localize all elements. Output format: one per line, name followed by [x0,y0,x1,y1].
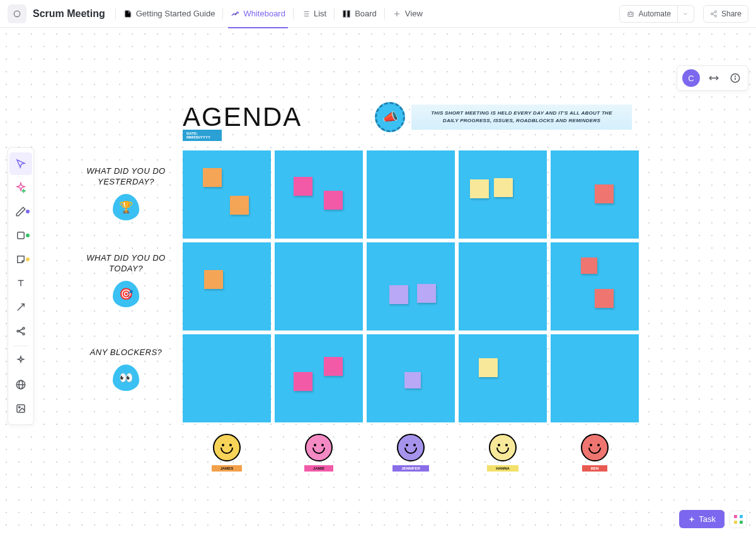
cell[interactable] [459,334,547,422]
automate-label: Automate [639,9,671,18]
svg-point-26 [23,333,25,335]
new-task-button[interactable]: Task [679,510,724,528]
tab-list[interactable]: List [294,0,334,28]
tool-web[interactable] [9,373,32,396]
cell[interactable] [183,150,271,239]
tool-relations[interactable] [9,320,32,342]
sticky-note[interactable] [204,270,223,289]
top-bar: Scrum Meeting Getting Started Guide Whit… [0,0,756,28]
svg-line-18 [713,12,715,13]
trophy-icon: 🏆 [113,194,139,220]
person-ben: BEN [551,434,639,472]
row-label-yesterday: What did you do yesterday? 🏆 [76,166,176,220]
face-icon [305,434,333,461]
cell[interactable] [275,150,363,239]
page-title: Scrum Meeting [33,8,105,20]
info-button[interactable] [728,71,743,86]
tab-board-label: Board [355,9,377,18]
cell[interactable] [275,334,363,422]
svg-rect-32 [17,405,25,412]
cell[interactable] [459,150,547,239]
tool-pen[interactable] [9,200,32,223]
scrum-grid [183,150,639,422]
sticky-note[interactable] [494,178,513,197]
svg-rect-20 [18,232,25,239]
face-icon [581,434,609,461]
cell[interactable] [367,242,455,331]
row-label-today: What did you do today? 🎯 [76,253,176,307]
sticky-note[interactable] [389,285,408,304]
cell[interactable] [275,242,363,331]
sticky-note[interactable] [470,179,489,198]
tab-view-label: View [405,9,423,18]
sticky-note[interactable] [294,372,312,391]
sticky-note[interactable] [404,372,421,388]
canvas-controls: C [677,65,748,91]
automate-button[interactable]: Automate [619,5,678,23]
person-name: JAMIE [304,465,333,472]
share-label: Share [721,9,742,18]
svg-point-0 [14,11,20,16]
sticky-note[interactable] [230,196,249,215]
drawing-toolbar [8,147,34,425]
sticky-note[interactable] [595,184,614,203]
cell[interactable] [551,242,639,331]
cell[interactable] [367,150,455,239]
tool-sticky[interactable] [9,248,32,271]
tab-list-label: List [314,9,326,18]
tool-image[interactable] [9,397,32,420]
cell[interactable] [459,242,547,331]
svg-point-15 [714,11,716,13]
svg-rect-7 [343,10,346,17]
user-avatar[interactable]: C [682,69,700,87]
chevron-down-icon [682,11,689,17]
whiteboard-canvas[interactable]: C AGENDA DATE: MM/DD/YYYY 📣 This short m… [0,28,756,537]
svg-rect-8 [347,10,350,17]
svg-point-33 [19,407,20,408]
person-hanna: HANNA [459,434,547,472]
people-row: JAMES JAMIE JENNIFER HANNA BEN [183,434,639,472]
cell[interactable] [367,334,455,422]
sticky-note[interactable] [581,257,597,274]
svg-line-19 [713,14,715,15]
info-icon [730,72,741,84]
apps-button[interactable] [730,511,747,528]
fit-icon [708,72,719,84]
tool-magic[interactable] [9,349,32,372]
sticky-note[interactable] [479,358,498,377]
task-label: Task [699,514,716,524]
cell[interactable] [551,150,639,239]
share-button[interactable]: Share [703,5,748,23]
sticky-note[interactable] [324,357,343,376]
svg-point-12 [629,14,629,14]
person-name: JAMES [212,465,243,472]
svg-point-16 [711,13,713,14]
fit-to-screen-button[interactable] [706,71,721,86]
tab-whiteboard[interactable]: Whiteboard [223,0,292,28]
list-settings-button[interactable] [8,4,26,23]
cell[interactable] [183,334,271,422]
tool-text[interactable] [9,272,32,295]
svg-point-13 [631,14,632,14]
tool-connector[interactable] [9,296,32,319]
cell[interactable] [183,242,271,331]
tool-ai[interactable] [9,176,32,199]
cell[interactable] [551,334,639,422]
sticky-note[interactable] [294,177,312,196]
tab-guide[interactable]: Getting Started Guide [116,0,223,28]
sticky-note[interactable] [417,284,436,303]
svg-point-37 [735,76,736,77]
tool-shape[interactable] [9,224,32,247]
svg-line-23 [18,304,25,311]
sticky-note[interactable] [203,168,222,187]
tab-add-view[interactable]: View [385,0,430,28]
agenda-desc-text: This short meeting is held every day and… [411,105,632,130]
tool-select[interactable] [9,152,32,175]
automate-dropdown[interactable] [678,5,694,23]
sticky-note[interactable] [595,289,614,308]
eyes-icon: 👀 [113,365,139,391]
tab-board[interactable]: Board [335,0,384,28]
svg-point-17 [714,15,716,17]
sticky-note[interactable] [324,191,343,210]
svg-line-27 [19,329,23,331]
